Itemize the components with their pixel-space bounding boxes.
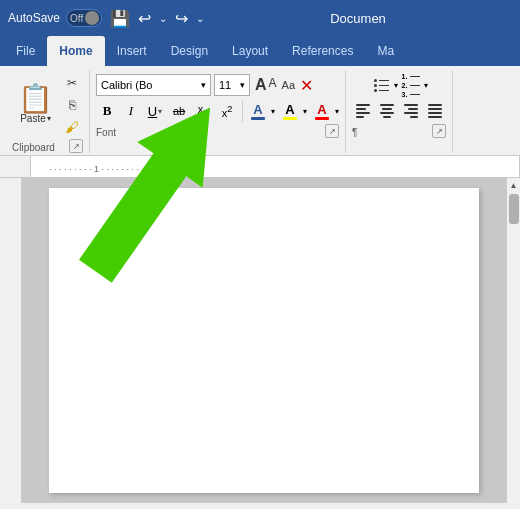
font-size-dropdown[interactable]: 11 ▾ [214, 74, 250, 96]
paste-icon: 📋 [18, 85, 53, 113]
autosave-label: AutoSave [8, 11, 60, 25]
strikethrough-button[interactable]: ab [168, 100, 190, 122]
copy-button[interactable]: ⎘ [61, 95, 83, 115]
left-ruler [0, 178, 22, 503]
paragraph-group: ▾ 1. 2. 3. ▾ [346, 70, 453, 153]
toggle-knob [85, 11, 99, 25]
align-left-icon [354, 102, 372, 120]
font-group-bottom: B I U ▾ ab x2 x2 A [96, 98, 339, 124]
paragraph-group-top: ▾ 1. 2. 3. ▾ [370, 70, 428, 98]
font-group: Calibri (Bo ▾ 11 ▾ A A Aa ✕ B I U [90, 70, 346, 153]
highlight-arrow[interactable]: ▾ [303, 107, 307, 116]
ruler-mark-1: · · · · · · · · · 1 · · · · · · · · · [49, 164, 144, 174]
underline-dropdown-icon[interactable]: ▾ [158, 107, 162, 116]
main-area: ▲ [0, 178, 520, 503]
save-icon[interactable]: 💾 [110, 9, 130, 28]
numbering-icon: 1. 2. 3. [400, 70, 423, 101]
clipboard-expand-button[interactable]: ↗ [69, 139, 83, 153]
document-area [22, 178, 506, 503]
scroll-thumb[interactable] [509, 194, 519, 224]
align-right-button[interactable] [400, 100, 422, 122]
text-color-button[interactable]: A [311, 100, 333, 122]
font-grow-button[interactable]: A [255, 76, 267, 94]
paragraph-group-bottom [352, 98, 446, 124]
format-painter-icon: 🖌 [65, 119, 79, 135]
paragraph-label: ¶ [352, 125, 357, 138]
subscript-icon: x2 [198, 103, 209, 118]
tab-references[interactable]: References [280, 36, 365, 66]
copy-icon: ⎘ [69, 98, 76, 112]
align-right-icon [402, 102, 420, 120]
clear-format-button[interactable]: ✕ [300, 76, 313, 95]
align-center-button[interactable] [376, 100, 398, 122]
numbering-arrow[interactable]: ▾ [424, 81, 428, 90]
paste-label: Paste [20, 113, 46, 124]
highlight-bar [283, 117, 297, 120]
tab-home[interactable]: Home [47, 36, 104, 66]
ribbon: 📋 Paste ▾ ✂ ⎘ 🖌 [0, 66, 520, 156]
clipboard-group-content: 📋 Paste ▾ ✂ ⎘ 🖌 [12, 70, 83, 139]
numbering-button[interactable]: 1. 2. 3. [400, 74, 422, 96]
tab-file[interactable]: File [4, 36, 47, 66]
redo-icon[interactable]: ↪ [175, 9, 188, 28]
scroll-up-button[interactable]: ▲ [507, 178, 521, 192]
underline-button[interactable]: U ▾ [144, 100, 166, 122]
tab-mailings[interactable]: Ma [365, 36, 406, 66]
italic-button[interactable]: I [120, 100, 142, 122]
ribbon-tabs: File Home Insert Design Layout Reference… [0, 36, 520, 66]
justify-icon [426, 102, 444, 120]
font-size-value: 11 [219, 79, 231, 91]
font-color-button[interactable]: A [247, 100, 269, 122]
subscript-button[interactable]: x2 [192, 100, 214, 122]
undo-icon[interactable]: ↩ [138, 9, 151, 28]
separator [242, 100, 243, 122]
font-group-top: Calibri (Bo ▾ 11 ▾ A A Aa ✕ [96, 70, 339, 98]
paragraph-expand-button[interactable]: ↗ [432, 124, 446, 138]
undo-arrow-icon[interactable]: ⌄ [159, 13, 167, 24]
justify-button[interactable] [424, 100, 446, 122]
text-color-arrow[interactable]: ▾ [335, 107, 339, 116]
autosave-toggle[interactable]: Off [66, 9, 102, 27]
tab-layout[interactable]: Layout [220, 36, 280, 66]
superscript-button[interactable]: x2 [216, 100, 238, 122]
tab-design[interactable]: Design [159, 36, 220, 66]
font-color-letter: A [253, 102, 262, 117]
highlight-button[interactable]: A [279, 100, 301, 122]
font-size-arrow[interactable]: ▾ [240, 80, 245, 90]
clipboard-label: Clipboard [12, 140, 55, 153]
font-shrink-button[interactable]: A [269, 76, 277, 94]
font-color-bar [251, 117, 265, 120]
paste-button[interactable]: 📋 Paste ▾ [12, 81, 59, 128]
cut-button[interactable]: ✂ [61, 73, 83, 93]
clipboard-group: 📋 Paste ▾ ✂ ⎘ 🖌 [6, 70, 90, 153]
superscript-icon: x2 [222, 104, 233, 119]
align-left-button[interactable] [352, 100, 374, 122]
font-color-arrow[interactable]: ▾ [271, 107, 275, 116]
toggle-off-label: Off [70, 13, 83, 24]
bullets-button[interactable] [370, 74, 392, 96]
underline-icon: U [148, 104, 157, 119]
title-bar-icons: 💾 ↩ ⌄ ↪ ⌄ [110, 9, 204, 28]
scrollbar[interactable]: ▲ [506, 178, 520, 503]
more-icon[interactable]: ⌄ [196, 13, 204, 24]
font-label: Font [96, 125, 116, 138]
paste-dropdown-icon[interactable]: ▾ [47, 114, 51, 123]
align-center-icon [378, 102, 396, 120]
title-bar: AutoSave Off 💾 ↩ ⌄ ↪ ⌄ Documen [0, 0, 520, 36]
ruler: · · · · · · · · · 1 · · · · · · · · · [0, 156, 520, 178]
font-expand-button[interactable]: ↗ [325, 124, 339, 138]
bullets-arrow[interactable]: ▾ [394, 81, 398, 90]
highlight-letter: A [285, 102, 294, 117]
font-name-value: Calibri (Bo [101, 79, 152, 91]
font-size-controls: A A [255, 76, 277, 94]
text-color-letter: A [317, 102, 326, 117]
font-name-arrow[interactable]: ▾ [201, 80, 206, 90]
font-name-dropdown[interactable]: Calibri (Bo ▾ [96, 74, 211, 96]
format-painter-button[interactable]: 🖌 [61, 117, 83, 137]
ruler-background: · · · · · · · · · 1 · · · · · · · · · [30, 156, 520, 177]
cut-icon: ✂ [67, 76, 77, 90]
document-page[interactable] [49, 188, 479, 493]
change-case-button[interactable]: Aa [280, 78, 297, 92]
bold-button[interactable]: B [96, 100, 118, 122]
tab-insert[interactable]: Insert [105, 36, 159, 66]
